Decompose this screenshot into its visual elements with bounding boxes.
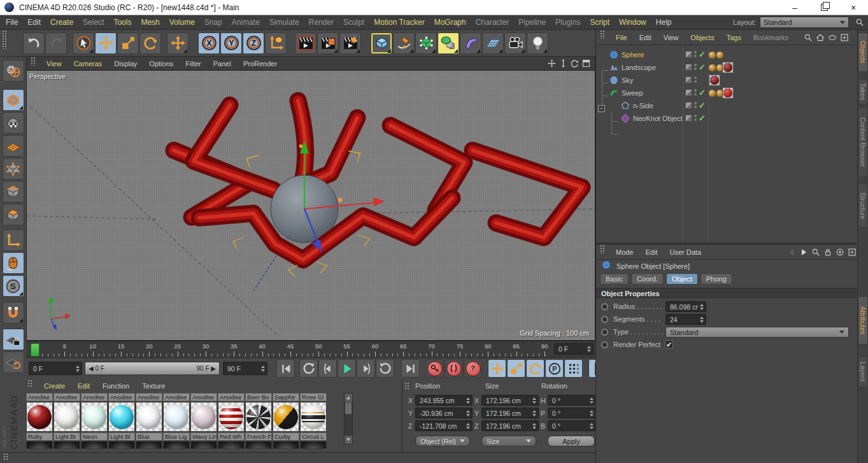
search-icon[interactable]: [811, 248, 820, 257]
step-down-icon[interactable]: [532, 414, 536, 417]
material-thumbnail-partial[interactable]: [273, 441, 299, 449]
attr-menu-user-data[interactable]: User Data: [668, 248, 704, 256]
search-icon[interactable]: [804, 33, 813, 42]
material-thumbnail-light-bl[interactable]: [108, 402, 135, 432]
material-thumbnail-red-wh[interactable]: [218, 402, 245, 432]
layer-toggle[interactable]: [685, 102, 692, 109]
step-down-icon[interactable]: [466, 401, 470, 404]
menu-volume[interactable]: Volume: [167, 18, 197, 27]
menu-mesh[interactable]: Mesh: [139, 18, 161, 27]
object-name[interactable]: NeoKnot Object: [633, 115, 683, 122]
menu-snap[interactable]: Snap: [203, 18, 224, 27]
step-down-icon[interactable]: [466, 414, 470, 417]
enabled-check-icon[interactable]: ✓: [699, 50, 706, 59]
material-tag-icon[interactable]: [722, 62, 734, 73]
object-row-sky[interactable]: Sky: [596, 74, 857, 87]
step-down-icon[interactable]: [700, 320, 704, 323]
panel-tab-attributes[interactable]: Attributes: [858, 296, 868, 345]
visibility-dot-top[interactable]: [694, 102, 697, 104]
menu-select[interactable]: Select: [81, 18, 106, 27]
om-menu-file[interactable]: File: [614, 34, 629, 41]
step-up-icon[interactable]: [532, 423, 536, 425]
material-name-anodise[interactable]: Anodise: [136, 393, 162, 401]
material-name-neon[interactable]: Neon: [81, 432, 108, 441]
axis-lock-y-button[interactable]: Y: [220, 32, 242, 54]
step-up-icon[interactable]: [532, 410, 536, 413]
add-cube-button[interactable]: [371, 32, 392, 54]
viewport-menu-filter[interactable]: Filter: [183, 60, 203, 68]
move-tool-button[interactable]: [95, 32, 117, 54]
tweak-mode-button[interactable]: [3, 252, 24, 274]
material-thumbnail-partial[interactable]: [218, 441, 245, 449]
material-thumbnail-blue-lig[interactable]: [163, 402, 190, 432]
step-up-icon[interactable]: [590, 397, 594, 400]
material-name-rose-gl[interactable]: Rose Gl: [300, 393, 327, 401]
coords-size-dropdown[interactable]: Size: [481, 436, 536, 446]
stepper-icon[interactable]: [530, 423, 536, 429]
add-subdivision-surface-button[interactable]: [415, 32, 437, 54]
material-name-anodise[interactable]: Anodise: [26, 393, 53, 401]
stepper-icon[interactable]: [464, 423, 470, 429]
perspective-viewport[interactable]: Perspective Grid Spacing : 100 cm: [26, 70, 595, 341]
stepper-icon[interactable]: [464, 397, 470, 404]
visibility-dot-top[interactable]: [694, 51, 697, 53]
stepper-icon[interactable]: [585, 346, 591, 352]
points-mode-button[interactable]: [3, 158, 24, 180]
object-name[interactable]: Landscape: [622, 64, 656, 71]
viewport-menu-cameras[interactable]: Cameras: [72, 60, 104, 68]
step-up-icon[interactable]: [76, 366, 80, 368]
toolbar-grip[interactable]: [2, 30, 8, 49]
handle-point[interactable]: [338, 198, 342, 202]
stepper-icon[interactable]: [698, 304, 704, 310]
target-icon[interactable]: [836, 248, 844, 257]
enabled-check-icon[interactable]: ✓: [699, 88, 706, 97]
render-view-button[interactable]: [295, 32, 317, 54]
panel-tab-takes[interactable]: Takes: [858, 79, 868, 104]
step-up-icon[interactable]: [466, 397, 470, 400]
attr-menu-edit[interactable]: Edit: [644, 248, 660, 256]
stepper-icon[interactable]: [530, 410, 536, 417]
previous-frame-button[interactable]: [318, 359, 337, 378]
property-radius-field[interactable]: 86.098 cm: [665, 301, 706, 312]
coords-mode-dropdown[interactable]: Object (Rel): [415, 436, 470, 446]
phong-tag-icon[interactable]: [709, 64, 716, 71]
size-x-field[interactable]: 172.196 cm: [481, 395, 539, 406]
material-name-blue-lig[interactable]: Blue Lig: [163, 432, 190, 441]
material-thumbnail-blue[interactable]: [136, 402, 162, 432]
add-deformer-button[interactable]: [460, 32, 481, 54]
material-thumbnail-circuit-l[interactable]: [300, 402, 327, 432]
keyframe-radio[interactable]: [601, 303, 608, 310]
menu-pipeline[interactable]: Pipeline: [516, 18, 548, 27]
object-row-landscape[interactable]: Landscape✓: [596, 61, 857, 74]
step-down-icon[interactable]: [700, 308, 704, 310]
attr-menu-mode[interactable]: Mode: [614, 248, 636, 256]
material-thumbnail-wavy-lin[interactable]: [190, 402, 217, 432]
material-thumbnail-partial[interactable]: [81, 441, 108, 449]
viewport-menu-view[interactable]: View: [45, 60, 64, 68]
visibility-dot-top[interactable]: [694, 89, 697, 92]
menu-motion-tracker[interactable]: Motion Tracker: [372, 18, 426, 27]
step-down-icon[interactable]: [532, 427, 536, 429]
object-row-sphere[interactable]: Sphere✓: [596, 48, 857, 61]
object-name[interactable]: Sphere: [622, 51, 644, 59]
minimize-button[interactable]: –: [780, 0, 809, 15]
om-menu-edit[interactable]: Edit: [637, 34, 653, 41]
key-rotation-button[interactable]: [526, 359, 544, 378]
visibility-dot-top[interactable]: [694, 115, 697, 117]
step-down-icon[interactable]: [466, 427, 470, 429]
size-z-field[interactable]: 172.196 cm: [481, 420, 539, 431]
stepper-icon[interactable]: [74, 366, 80, 372]
coords-grip[interactable]: [404, 382, 410, 390]
size-y-field[interactable]: 172.196 cm: [481, 408, 539, 418]
menu-help[interactable]: Help: [654, 18, 674, 27]
om-grip[interactable]: [600, 30, 606, 39]
next-frame-button[interactable]: [357, 359, 375, 378]
position-y-field[interactable]: -30.936 cm: [415, 408, 473, 418]
stepper-icon[interactable]: [588, 410, 594, 417]
soft-selection-button[interactable]: S: [3, 275, 24, 297]
polygons-mode-button[interactable]: [3, 204, 24, 225]
visibility-dot-bottom[interactable]: [694, 93, 697, 96]
phong-tag-icon[interactable]: [716, 52, 723, 59]
material-name-circuit-l[interactable]: Circuit L: [300, 432, 327, 441]
key-scale-button[interactable]: [507, 359, 525, 378]
